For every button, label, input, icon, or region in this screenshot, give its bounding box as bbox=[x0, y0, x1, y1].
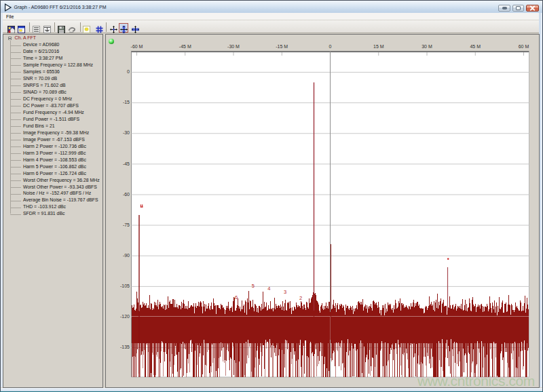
svg-text:4: 4 bbox=[267, 286, 270, 292]
svg-text:6: 6 bbox=[235, 294, 238, 300]
svg-text:3: 3 bbox=[284, 289, 286, 295]
svg-text:2: 2 bbox=[299, 295, 302, 301]
svg-text:5: 5 bbox=[252, 283, 255, 289]
